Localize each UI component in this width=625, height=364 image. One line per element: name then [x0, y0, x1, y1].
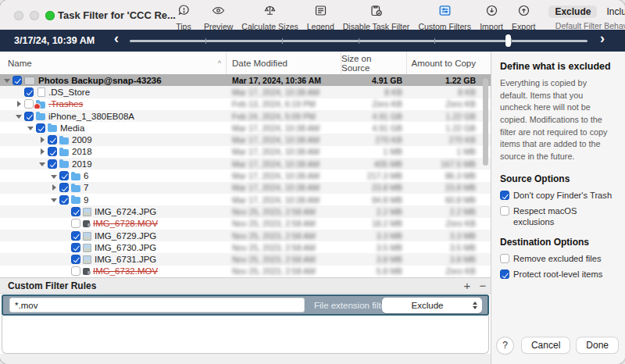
segment-exclude[interactable]: Exclude — [548, 5, 597, 18]
row-checkbox[interactable] — [48, 159, 57, 169]
folder-icon — [71, 173, 80, 180]
titlebar: Task Filter for 'CCC Re... Tips Preview — [0, 0, 625, 30]
legend-icon — [314, 4, 327, 20]
table-row[interactable]: 6Mar 17, 2024, 10:38 AM217.3 MB86.3 MB — [0, 170, 491, 181]
timeline-prev-icon[interactable]: ‹ — [114, 30, 119, 47]
column-header-name[interactable]: Name ^ — [0, 52, 227, 74]
remove-rule-button[interactable]: − — [475, 279, 491, 292]
calculate-sizes-button[interactable]: Calculate Sizes — [241, 4, 298, 31]
vertical-scrollbar-thumb[interactable] — [483, 78, 488, 166]
row-checkbox[interactable] — [59, 171, 69, 180]
minimize-button[interactable] — [30, 11, 39, 20]
option-protect-root-level-items[interactable]: Protect root-level items — [500, 269, 616, 280]
size-on-source-cell: 8 KB — [341, 87, 407, 97]
filter-rule-row[interactable]: File extension filter Exclude — [2, 294, 489, 316]
table-row[interactable]: IMG_6732.MOVNov 25, 2023, 2:58 AM5.8 MBZ… — [0, 266, 491, 277]
file-name: iPhone_1_380EB08A — [48, 112, 134, 121]
row-checkbox[interactable] — [59, 183, 69, 192]
row-checkbox[interactable] — [24, 87, 34, 97]
tips-button[interactable]: Tips — [172, 4, 195, 31]
table-row[interactable]: IMG_6728.MOVNov 25, 2023, 2:58 AM18.2 MB… — [0, 218, 491, 230]
checkbox[interactable] — [500, 191, 509, 200]
name-cell: IMG_6731.JPG — [0, 255, 227, 264]
close-button[interactable] — [14, 11, 23, 20]
help-button[interactable]: ? — [497, 337, 513, 354]
disclosure-down-icon[interactable] — [50, 195, 59, 204]
row-checkbox[interactable] — [48, 147, 57, 156]
table-row[interactable]: MediaMar 17, 2024, 10:38 AM4.91 GB1.22 G… — [0, 122, 491, 134]
custom-filters-button[interactable]: Custom Filters — [418, 4, 471, 31]
checkbox[interactable] — [500, 206, 509, 216]
table-row[interactable]: IMG_6724.JPGNov 25, 2023, 2:58 AM2.2 MB2… — [0, 205, 491, 217]
table-row[interactable]: IMG_6730.JPGNov 25, 2023, 2:58 AM3.5 MB3… — [0, 241, 491, 253]
add-rule-button[interactable]: + — [459, 279, 475, 292]
row-checkbox[interactable] — [71, 266, 80, 276]
photo-icon — [83, 255, 91, 264]
disclosure-down-icon[interactable] — [27, 123, 35, 132]
row-checkbox[interactable] — [24, 99, 34, 109]
timeline-slider-thumb[interactable] — [505, 34, 511, 47]
table-row[interactable]: iPhone_1_380EB08AFeb 24, 2024, 5:09 PM4.… — [0, 110, 491, 122]
option-remove-excluded-files[interactable]: Remove excluded files — [500, 253, 616, 264]
toolbar: Tips Preview Calculate Sizes — [172, 4, 625, 31]
table-row[interactable]: IMG_6729.JPGNov 25, 2023, 2:58 AM3.3 MB3… — [0, 230, 491, 241]
table-row[interactable]: 7Mar 17, 2024, 10:38 AM23.8 MB23.8 MB — [0, 182, 491, 194]
zoom-button[interactable] — [45, 11, 55, 20]
rule-action-select[interactable]: Exclude — [382, 298, 482, 313]
table-row[interactable]: IMG_6731.JPGNov 25, 2023, 2:58 AM3.8 MB3… — [0, 253, 491, 265]
cancel-button[interactable]: Cancel — [522, 337, 570, 353]
disclosure-right-icon[interactable] — [15, 100, 23, 109]
timeline-slider[interactable] — [130, 40, 588, 42]
size-on-source-cell: 18.2 MB — [341, 219, 407, 228]
segment-include[interactable]: Include — [600, 5, 625, 18]
option-dont-copy-finders-trash[interactable]: Don't copy Finder's Trash — [500, 190, 616, 201]
disclosure-down-icon[interactable] — [50, 172, 59, 180]
size-on-source-cell: 23.8 MB — [341, 183, 407, 192]
disclosure-right-icon[interactable] — [38, 136, 47, 145]
name-cell: .Trashes — [0, 99, 227, 109]
checkbox[interactable] — [500, 254, 509, 263]
disclosure-right-icon[interactable] — [38, 148, 47, 156]
row-checkbox[interactable] — [12, 76, 22, 85]
row-checkbox[interactable] — [71, 255, 80, 264]
column-header-amount-to-copy[interactable]: Amount to Copy — [407, 52, 482, 74]
option-respect-macos-exclusions[interactable]: Respect macOS exclusions — [500, 205, 616, 227]
row-checkbox[interactable] — [71, 219, 80, 228]
size-on-source-cell: 4.91 GB — [341, 112, 407, 121]
preview-button[interactable]: Preview — [204, 4, 233, 31]
disclosure-down-icon[interactable] — [38, 159, 47, 168]
done-button[interactable]: Done — [577, 337, 618, 353]
import-button[interactable]: Import — [480, 4, 503, 31]
checkbox[interactable] — [500, 269, 509, 279]
timeline-next-icon[interactable]: › — [600, 30, 605, 47]
disclosure-right-icon[interactable] — [50, 184, 59, 192]
table-row[interactable]: 9Mar 17, 2024, 10:38 AM94.8 MB60.8 MB — [0, 194, 491, 205]
row-checkbox[interactable] — [24, 112, 34, 121]
row-checkbox[interactable] — [71, 207, 80, 216]
custom-filter-rules-title: Custom Filter Rules — [8, 280, 459, 291]
disclosure-down-icon[interactable] — [3, 76, 12, 84]
legend-button[interactable]: Legend — [307, 4, 334, 31]
table-row[interactable]: .TrashesFeb 13, 2024, 6:19 PMZero KBZero… — [0, 98, 491, 110]
table-row[interactable]: Photos Backup@snap-43236Mar 17, 2024, 10… — [0, 74, 491, 86]
folder-icon — [48, 125, 57, 132]
rule-pattern-input[interactable] — [9, 298, 305, 312]
table-row[interactable]: 2009Mar 17, 2024, 10:38 AM270 KB270 KB — [0, 134, 491, 145]
column-header-date-modified[interactable]: Date Modified — [227, 52, 341, 74]
folder-icon — [59, 161, 69, 168]
disable-task-filter-button[interactable]: Disable Task Filter — [343, 4, 410, 31]
row-checkbox[interactable] — [71, 243, 80, 252]
amount-to-copy-cell: Zero KB — [407, 266, 482, 276]
row-checkbox[interactable] — [71, 231, 80, 241]
table-row[interactable]: 2019Mar 17, 2024, 10:38 AM405 MB167.5 MB — [0, 158, 491, 170]
name-cell: iPhone_1_380EB08A — [0, 112, 227, 121]
table-row[interactable]: 2018Mar 17, 2024, 10:38 AM1 MB1 MB — [0, 146, 491, 158]
table-row[interactable]: .DS_StoreMar 17, 2024, 10:38 AM8 KB8 KB — [0, 86, 491, 98]
row-checkbox[interactable] — [59, 195, 69, 205]
file-name: .Trashes — [48, 99, 83, 109]
column-header-size-on-source[interactable]: Size on Source — [341, 52, 407, 74]
export-button[interactable]: Export — [512, 4, 535, 31]
row-checkbox[interactable] — [48, 135, 57, 145]
row-checkbox[interactable] — [36, 123, 45, 133]
disclosure-down-icon[interactable] — [15, 112, 23, 120]
